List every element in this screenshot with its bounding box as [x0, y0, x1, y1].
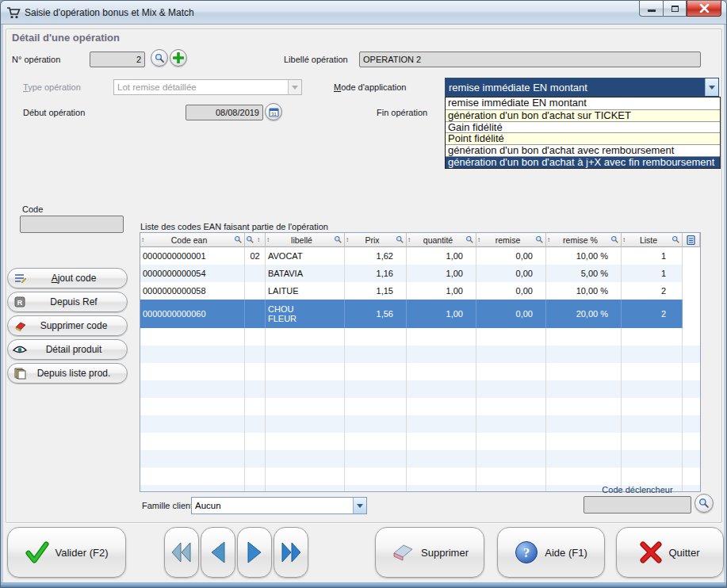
ajout-code-button[interactable]: Ajout code [7, 268, 128, 288]
calendar-button[interactable]: 31 [265, 103, 282, 120]
option-remise-immediate[interactable]: remise immédiate EN montant [446, 97, 720, 109]
window-title: Saisie d'opération bonus et Mix & Match [25, 7, 194, 18]
col-header-quantite[interactable]: ↕ quantité [407, 233, 476, 247]
famille-client-value: Aucun [192, 498, 353, 514]
app-window: Saisie d'opération bonus et Mix & Match … [0, 0, 727, 588]
type-operation-value: Lot remise détaillée [114, 80, 288, 94]
search-icon[interactable] [672, 235, 680, 244]
supprimer-code-button[interactable]: Supprimer code [7, 315, 128, 336]
section-title: Détail d'une opération [12, 32, 120, 44]
nav-last-button[interactable] [274, 527, 308, 578]
titlebar[interactable]: Saisie d'opération bonus et Mix & Match [1, 1, 727, 25]
num-operation-label: N° opération [12, 55, 60, 64]
search-icon[interactable] [246, 235, 254, 244]
search-icon[interactable] [334, 235, 342, 244]
supprimer-button[interactable]: Supprimer [375, 527, 484, 578]
code-label: Code [22, 204, 43, 214]
option-point-fidelite[interactable]: Point fidélité [446, 132, 720, 144]
table-caption: Liste des codes EAN faisant partie de l'… [140, 222, 328, 231]
double-right-arrow-icon [280, 540, 302, 564]
search-icon[interactable] [234, 235, 243, 244]
svg-text:R: R [17, 299, 22, 307]
search-declencheur-button[interactable] [694, 494, 714, 513]
depuis-ref-button[interactable]: R Depuis Ref [7, 292, 128, 312]
notepad-icon [686, 235, 696, 246]
maximize-icon [672, 6, 679, 12]
magnifier-icon [698, 498, 710, 509]
table-row[interactable]: 0000000000058 LAITUE 1,15 1,00 0,00 10,0… [140, 282, 700, 300]
double-left-arrow-icon [170, 540, 193, 564]
maximize-button[interactable] [663, 1, 687, 17]
type-operation-label: Type opération [23, 82, 81, 92]
famille-client-combo[interactable]: Aucun [191, 497, 367, 514]
check-icon [25, 540, 49, 564]
red-x-icon [640, 541, 662, 563]
fin-operation-label: Fin opération [377, 108, 427, 117]
famille-client-label: Famille client [142, 501, 193, 510]
code-input[interactable] [20, 216, 124, 233]
debut-operation-field[interactable]: 08/08/2019 [186, 105, 263, 120]
col-header-libelle[interactable]: ↕ libellé [266, 233, 345, 247]
chevron-down-icon [288, 80, 301, 94]
detail-produit-button[interactable]: Détail produit [7, 339, 128, 360]
sort-icon: ↕ [256, 236, 260, 243]
col-header-remise-pct[interactable]: ↕ remise % [546, 233, 622, 247]
col-header-prix[interactable]: ↕ Prix [345, 233, 407, 247]
code-declencheur-input[interactable] [584, 496, 691, 514]
valider-button[interactable]: Valider (F2) [7, 527, 126, 578]
table-row[interactable]: 0000000000001 02 AVOCAT 1,62 1,00 0,00 1… [140, 247, 700, 265]
option-bon-achat-ticket[interactable]: génération d'un bon d'achat sur TICKET [446, 109, 720, 121]
quitter-button[interactable]: Quitter [616, 527, 724, 578]
col-header-flag[interactable]: ↕ [245, 233, 266, 247]
main-content: Détail d'une opération N° opération 2 Li… [3, 25, 724, 582]
ref-icon: R [11, 296, 29, 308]
close-icon [699, 4, 710, 13]
nav-first-button[interactable] [164, 527, 199, 578]
right-arrow-icon [246, 540, 263, 564]
col-header-notepad[interactable] [683, 233, 700, 247]
chevron-down-icon[interactable] [705, 78, 718, 96]
shopping-cart-icon [6, 6, 21, 20]
option-gain-fidelite[interactable]: Gain fidélité [446, 121, 720, 133]
plus-icon [173, 52, 184, 63]
chevron-down-icon[interactable] [353, 498, 366, 514]
code-declencheur-label: Code déclencheur [584, 485, 691, 494]
help-icon: ? [515, 540, 538, 564]
search-icon[interactable] [396, 235, 404, 244]
eraser-icon [11, 319, 29, 332]
libelle-operation-field[interactable]: OPERATION 2 [359, 52, 701, 67]
type-operation-combo: Lot remise détaillée [113, 79, 302, 95]
ean-table: ↕ Code ean ↕ ↕ libellé ↕ Prix [140, 232, 701, 492]
eye-icon [11, 343, 29, 356]
minimize-icon [648, 10, 656, 12]
nav-next-button[interactable] [237, 527, 272, 578]
search-icon[interactable] [465, 235, 474, 244]
search-icon[interactable] [535, 235, 544, 244]
option-bon-achat-remboursement[interactable]: génération d'un bon d'achat avec rembour… [446, 144, 720, 156]
mode-application-value: remise immédiate EN montant [446, 78, 705, 96]
col-header-remise[interactable]: ↕ remise [476, 233, 546, 247]
mode-application-combo[interactable]: remise immédiate EN montant [445, 78, 719, 97]
search-operation-button[interactable] [151, 49, 168, 67]
table-row[interactable]: 0000000000054 BATAVIA 1,16 1,00 0,00 5,0… [140, 265, 700, 282]
col-header-liste[interactable]: ↕ Liste [622, 233, 683, 247]
libelle-operation-label: Libellé opération [284, 55, 348, 64]
table-empty-area [140, 328, 700, 492]
mode-application-options-list: remise immédiate EN montant génération d… [445, 97, 721, 169]
num-operation-field[interactable]: 2 [90, 52, 145, 67]
depuis-liste-prod-button[interactable]: Depuis liste prod. [7, 363, 128, 384]
nav-prev-button[interactable] [201, 527, 235, 578]
minimize-button[interactable] [639, 1, 663, 17]
left-arrow-icon [209, 540, 227, 564]
table-row-selected[interactable]: 0000000000060 CHOU FLEUR 1,56 1,00 0,00 … [140, 300, 700, 328]
magnifier-icon [155, 53, 165, 63]
aide-button[interactable]: ? Aide (F1) [497, 527, 605, 578]
table-header-row: ↕ Code ean ↕ ↕ libellé ↕ Prix [140, 233, 700, 247]
search-icon[interactable] [610, 235, 619, 244]
option-bon-achat-jx[interactable]: génération d'un bon d'achat à j+X avec f… [446, 156, 720, 168]
add-operation-button[interactable] [170, 49, 187, 67]
mode-application-label: Mode d'application [334, 82, 406, 92]
debut-operation-label: Début opération [23, 108, 85, 117]
close-button[interactable] [687, 1, 721, 17]
col-header-code-ean[interactable]: ↕ Code ean [140, 233, 245, 247]
